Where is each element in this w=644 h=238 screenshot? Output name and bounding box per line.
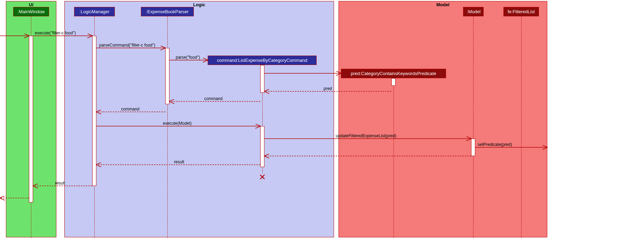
- msg-command2: command: [121, 107, 140, 112]
- command-head: command:ListExpenseByCategoryCommand: [208, 56, 317, 65]
- msg-execute: execute("filter-c food"): [35, 31, 76, 35]
- parser-label: :ExpenseBookParser: [146, 9, 189, 14]
- ui-label: Ui: [29, 2, 33, 7]
- logicmanager-activation: [92, 36, 96, 186]
- command-label: command:ListExpenseByCategoryCommand: [217, 58, 307, 63]
- msg-result2: result: [55, 181, 65, 186]
- pred-lifeline: [393, 78, 394, 238]
- command-activation-2: [260, 126, 264, 167]
- mainwindow-head: :MainWindow: [13, 7, 49, 16]
- msg-parse: parse("food"): [176, 55, 200, 60]
- msg-parsecommand: parseCommand("filter-c food"): [99, 43, 155, 48]
- msg-result1: result: [174, 159, 184, 164]
- logic-container: Logic: [64, 1, 334, 237]
- parser-head: :ExpenseBookParser: [141, 7, 194, 16]
- command-activation-1: [260, 65, 264, 93]
- logic-label: Logic: [193, 2, 205, 7]
- msg-execute-model: execute(Model): [163, 121, 192, 126]
- filteredlist-label: fe:FilteredList: [508, 9, 535, 14]
- parser-activation: [165, 48, 169, 104]
- pred-label: pred:CategoryContainsKeywordsPredicate: [351, 71, 436, 76]
- pred-activation: [391, 78, 396, 86]
- mainwindow-label: :MainWindow: [17, 9, 45, 14]
- modelobj-activation: [471, 139, 475, 156]
- logicmanager-label: :LogicManager: [80, 9, 110, 14]
- modelobj-lifeline: [473, 16, 474, 238]
- logicmanager-head: :LogicManager: [74, 7, 115, 16]
- modelobj-label: :Model: [467, 9, 480, 14]
- msg-updatefiltered: updateFilteredExpenseList(pred): [336, 133, 396, 138]
- destroy-x-icon: ✕: [259, 172, 266, 182]
- pred-head: pred:CategoryContainsKeywordsPredicate: [341, 69, 446, 78]
- msg-pred: pred: [324, 86, 332, 91]
- filteredlist-lifeline: [521, 16, 522, 238]
- filteredlist-head: fe:FilteredList: [503, 7, 539, 16]
- msg-command1: command: [204, 96, 223, 101]
- msg-setpredicate: setPredicate(pred): [478, 142, 512, 147]
- modelobj-head: :Model: [463, 7, 484, 16]
- mainwindow-activation: [29, 36, 33, 203]
- model-container: Model: [339, 1, 547, 237]
- model-label: Model: [436, 2, 450, 7]
